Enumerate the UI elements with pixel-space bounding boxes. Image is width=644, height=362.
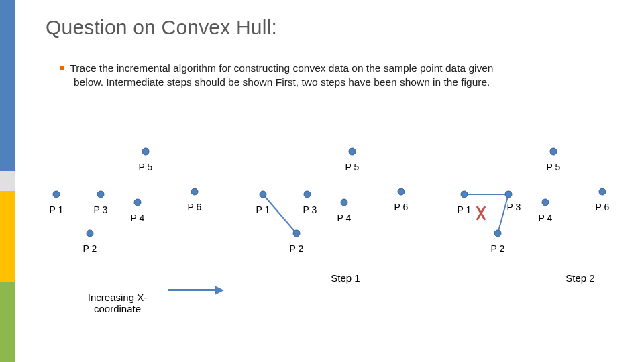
sidebar-gray [0, 171, 15, 191]
sidebar-yellow [0, 191, 15, 282]
point-p5-s2: P 5 [547, 148, 561, 172]
svg-point-7 [293, 230, 300, 237]
svg-point-19 [599, 188, 606, 195]
label-p3-s2: P 3 [507, 202, 521, 213]
sidebar-accent [0, 0, 15, 362]
svg-point-4 [142, 148, 149, 155]
increasing-x-arrow-icon [168, 286, 225, 295]
svg-point-1 [87, 230, 93, 237]
step1-label: Step 1 [331, 272, 360, 284]
label-p5-s1: P 5 [345, 162, 360, 172]
point-p5-s1: P 5 [345, 148, 360, 172]
diagram-initial: P 1 P 2 P 3 P 4 P 5 P 6 [28, 114, 223, 261]
label-p6-s1: P 6 [394, 202, 409, 213]
label-p3: P 3 [94, 204, 108, 215]
sidebar-blue [0, 0, 15, 171]
svg-point-0 [53, 191, 60, 198]
svg-point-5 [191, 188, 198, 195]
removed-edge-cross [477, 206, 485, 220]
label-p2-s2: P 2 [491, 243, 505, 254]
label-p6-s2: P 6 [596, 202, 610, 213]
svg-point-17 [542, 199, 549, 206]
label-p1-s2: P 1 [458, 204, 472, 215]
label-p2-s1: P 2 [290, 243, 304, 254]
point-p4-s2: P 4 [539, 199, 553, 223]
arrow-shaft [168, 289, 216, 291]
point-p3-s2: P 3 [505, 191, 521, 213]
page-title: Question on Convex Hull: [46, 16, 277, 39]
point-p2: P 2 [83, 230, 97, 254]
diagram-step2: P 1 P 2 P 3 P 4 P 5 P 6 Step 2 [436, 114, 631, 288]
point-p3: P 3 [94, 191, 108, 215]
point-p3-s1: P 3 [303, 191, 317, 215]
bullet-square-icon: ■ [59, 62, 64, 73]
point-p4: P 4 [131, 199, 145, 223]
diagram-step1: P 1 P 2 P 3 P 4 P 5 P 6 Step 1 [235, 114, 429, 288]
svg-point-15 [494, 230, 501, 237]
label-p6: P 6 [188, 202, 202, 213]
svg-point-9 [341, 199, 347, 206]
svg-point-6 [260, 191, 266, 198]
svg-point-11 [398, 188, 405, 195]
question-text: ■Trace the incremental algorithm for con… [59, 62, 620, 90]
svg-point-18 [550, 148, 557, 155]
label-p5-s2: P 5 [547, 162, 561, 172]
svg-point-16 [505, 191, 512, 198]
svg-point-14 [461, 191, 468, 198]
point-p6: P 6 [188, 188, 202, 213]
label-p4-s2: P 4 [539, 213, 553, 223]
question-line1: Trace the incremental algorithm for cons… [70, 62, 493, 74]
point-p4-s1: P 4 [337, 199, 352, 223]
svg-point-2 [97, 191, 104, 198]
label-p4: P 4 [131, 213, 145, 223]
label-p2: P 2 [83, 243, 97, 254]
point-p6-s2: P 6 [596, 188, 610, 213]
label-p1: P 1 [50, 204, 64, 215]
point-p2-s1: P 2 [290, 230, 304, 254]
point-p1: P 1 [50, 191, 64, 215]
point-p2-s2: P 2 [491, 230, 505, 254]
svg-point-8 [304, 191, 311, 198]
svg-point-10 [349, 148, 356, 155]
label-p1-s1: P 1 [256, 204, 270, 215]
question-line2: below. Intermediate steps should be show… [74, 76, 620, 90]
point-p6-s1: P 6 [394, 188, 409, 213]
svg-point-3 [134, 199, 141, 206]
arrow-head-icon [215, 286, 224, 295]
axis-label: Increasing X-coordinate [74, 292, 161, 314]
sidebar-green [0, 282, 15, 362]
point-p5: P 5 [139, 148, 153, 172]
point-p1-s1: P 1 [256, 191, 270, 215]
label-p4-s1: P 4 [337, 213, 352, 223]
label-p3-s1: P 3 [303, 204, 317, 215]
step2-label: Step 2 [566, 272, 594, 284]
label-p5: P 5 [139, 162, 153, 172]
edge-p3-p2 [498, 194, 508, 233]
